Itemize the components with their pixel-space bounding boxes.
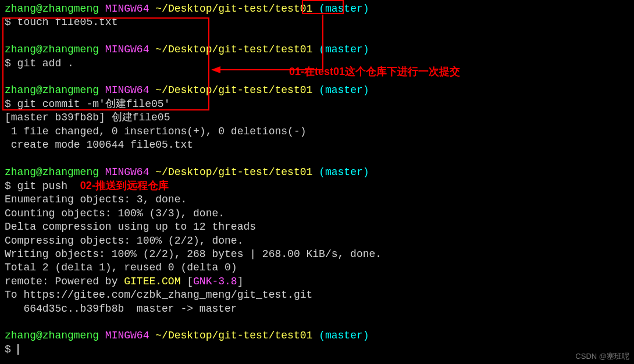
- gnk-version: GNK-3.8: [193, 276, 237, 287]
- prompt-line-2: zhang@zhangmeng MINGW64 ~/Desktop/git-te…: [5, 43, 629, 56]
- prompt-branch: (master): [319, 3, 369, 15]
- output-commit-1: [master b39fb8b] 创建file05: [5, 111, 629, 124]
- output-push-5: Writing objects: 100% (2/2), 268 bytes |…: [5, 248, 629, 261]
- command-git-push-line: $ git push 02-推送到远程仓库: [5, 179, 629, 193]
- command-git-push: $ git push: [5, 180, 80, 192]
- cursor-icon: [17, 344, 19, 355]
- blank-line: [5, 152, 629, 165]
- command-git-commit: $ git commit -m'创建file05': [5, 98, 629, 111]
- gitee-host: GITEE.COM: [124, 276, 180, 287]
- prompt-line-4: zhang@zhangmeng MINGW64 ~/Desktop/git-te…: [5, 166, 629, 179]
- output-push-6: Total 2 (delta 1), reused 0 (delta 0): [5, 261, 629, 274]
- output-push-3: Delta compression using up to 12 threads: [5, 220, 629, 234]
- annotation-01: 01-在test01这个仓库下进行一次提交: [289, 65, 460, 78]
- prompt-user: zhang@zhangmeng: [5, 3, 99, 15]
- watermark: CSDN @塞班呢: [575, 352, 629, 362]
- output-push-8: To https://gitee.com/czbk_zhang_meng/git…: [5, 288, 629, 302]
- prompt-line-1: zhang@zhangmeng MINGW64 ~/Desktop/git-te…: [5, 2, 629, 16]
- output-push-2: Counting objects: 100% (3/3), done.: [5, 207, 629, 220]
- blank-line: [5, 30, 629, 43]
- output-push-1: Enumerating objects: 3, done.: [5, 193, 629, 206]
- output-push-4: Compressing objects: 100% (2/2), done.: [5, 234, 629, 248]
- prompt-line-5: zhang@zhangmeng MINGW64 ~/Desktop/git-te…: [5, 329, 629, 342]
- blank-line: [5, 316, 629, 329]
- prompt-line-3: zhang@zhangmeng MINGW64 ~/Desktop/git-te…: [5, 84, 629, 97]
- output-commit-3: create mode 100644 file05.txt: [5, 138, 629, 152]
- prompt-shell: MINGW64: [105, 3, 149, 15]
- prompt-path: ~/Desktop/git-test/test01: [155, 3, 312, 15]
- output-push-7: remote: Powered by GITEE.COM [GNK-3.8]: [5, 275, 629, 288]
- command-touch: $ touch file05.txt: [5, 16, 629, 29]
- output-commit-2: 1 file changed, 0 insertions(+), 0 delet…: [5, 125, 629, 138]
- final-prompt-line[interactable]: $: [5, 343, 629, 356]
- annotation-02: 02-推送到远程仓库: [80, 180, 169, 191]
- output-push-9: 664d35c..b39fb8b master -> master: [5, 302, 629, 316]
